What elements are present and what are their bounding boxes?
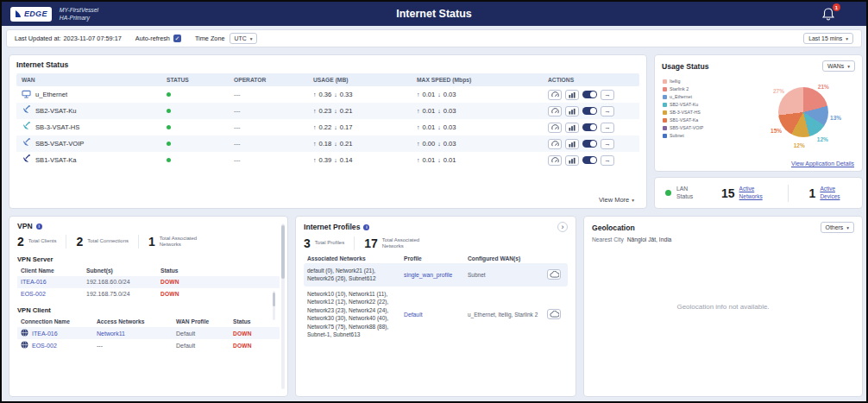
vpn-title: VPN bbox=[17, 222, 33, 230]
associated-networks-value: default (0), Network21 (21), Network26 (… bbox=[307, 267, 404, 283]
globe-icon bbox=[21, 341, 28, 349]
vessel-info: MY-FirstVessel HA-Primary bbox=[60, 6, 98, 22]
info-icon[interactable]: i bbox=[36, 224, 42, 230]
profile-sync-button[interactable] bbox=[547, 309, 561, 319]
speed-down: 0.03 bbox=[443, 140, 456, 148]
stat-value: 2 bbox=[76, 235, 83, 249]
speed-test-button[interactable] bbox=[548, 155, 562, 166]
usage-legend: Itellig Starlink 2 u_Ethernet SB2-VSAT-K… bbox=[663, 79, 703, 138]
operator-value: --- bbox=[234, 91, 313, 98]
table-row: default (0), Network21 (21), Network26 (… bbox=[304, 263, 568, 287]
wan-enable-toggle[interactable] bbox=[582, 156, 597, 164]
usage-chart-button[interactable] bbox=[565, 90, 579, 100]
time-range-select[interactable]: Last 15 mins ▾ bbox=[803, 33, 853, 44]
col-wan-profile: WAN Profile bbox=[176, 318, 233, 324]
active-devices-link[interactable]: Active Devices bbox=[820, 186, 851, 199]
edge-logo[interactable]: EDGE bbox=[10, 7, 52, 22]
auto-refresh-label: Auto-refresh bbox=[135, 35, 170, 42]
usage-chart-button[interactable] bbox=[565, 155, 579, 166]
auto-refresh-checkbox[interactable]: ✓ bbox=[173, 35, 181, 42]
usage-chart-button[interactable] bbox=[565, 139, 579, 149]
upload-arrow-icon: ↑ bbox=[313, 108, 317, 114]
wan-enable-toggle[interactable] bbox=[582, 140, 597, 148]
right-arrow-icon: → bbox=[604, 141, 611, 148]
usage-down: 0.21 bbox=[340, 140, 353, 148]
vpn-panel: VPN i 2 Total Clients 2 Total Connection… bbox=[9, 216, 288, 397]
usage-chart-button[interactable] bbox=[565, 106, 579, 116]
speed-test-button[interactable] bbox=[548, 139, 562, 149]
status-badge: DOWN bbox=[160, 291, 276, 297]
table-row: SB-3-VSAT-HS --- ↑0.22↓0.17 ↑0.01↓0.03 → bbox=[16, 119, 639, 135]
timezone-select[interactable]: UTC ▾ bbox=[230, 33, 258, 44]
table-row: EOS-002 192.168.75.0/24 DOWN bbox=[17, 288, 280, 300]
upload-arrow-icon: ↑ bbox=[417, 124, 420, 130]
speed-test-button[interactable] bbox=[548, 90, 562, 100]
table-row: ITEA-016 192.168.60.0/24 DOWN bbox=[17, 276, 280, 288]
usage-filter-select[interactable]: WANs ▾ bbox=[822, 60, 855, 72]
speed-test-button[interactable] bbox=[548, 123, 562, 133]
geolocation-title: Geolocation bbox=[592, 224, 635, 232]
col-wan: WAN bbox=[22, 77, 167, 83]
table-row: u_Ethernet --- ↑0.36↓0.33 ↑0.01↓0.03 → bbox=[16, 86, 639, 103]
legend-label: Starlink 2 bbox=[670, 86, 689, 91]
view-application-details-link[interactable]: View Application Details bbox=[791, 161, 854, 167]
profiles-table-header: Associated Networks Profile Configured W… bbox=[304, 252, 568, 263]
profile-sync-button[interactable] bbox=[547, 269, 561, 280]
configured-wans-value: Subnet bbox=[468, 271, 547, 279]
wan-table-header: WAN STATUS OPERATOR USAGE (MB) MAX SPEED… bbox=[16, 73, 639, 86]
legend-swatch bbox=[663, 118, 667, 123]
col-actions: ACTIONS bbox=[548, 77, 634, 83]
wan-details-button[interactable]: → bbox=[601, 90, 614, 100]
status-badge: DOWN bbox=[233, 343, 276, 349]
client-name-link[interactable]: ITEA-016 bbox=[21, 279, 86, 285]
active-networks-link[interactable]: Active Networks bbox=[739, 186, 771, 199]
access-network-link[interactable]: Network11 bbox=[97, 331, 176, 337]
download-arrow-icon: ↓ bbox=[437, 157, 441, 163]
usage-filter-value: WANs bbox=[827, 63, 844, 69]
wan-details-button[interactable]: → bbox=[601, 155, 614, 166]
operator-value: --- bbox=[234, 123, 313, 131]
wan-details-button[interactable]: → bbox=[601, 139, 614, 149]
connection-name-link[interactable]: ITEA-016 bbox=[32, 331, 58, 337]
info-icon[interactable]: i bbox=[363, 224, 369, 230]
connection-name-link[interactable]: EOS-002 bbox=[32, 343, 57, 349]
vpn-server-body: ITEA-016 192.168.60.0/24 DOWN EOS-002 19… bbox=[17, 276, 280, 299]
lan-status-dot bbox=[665, 190, 671, 196]
upload-arrow-icon: ↑ bbox=[417, 108, 420, 114]
view-more-button[interactable]: View More ▾ bbox=[599, 196, 634, 204]
status-badge: DOWN bbox=[160, 279, 276, 285]
download-arrow-icon: ↓ bbox=[437, 108, 441, 114]
scrollbar-thumb[interactable] bbox=[281, 225, 285, 279]
speed-test-button[interactable] bbox=[548, 106, 562, 116]
vpn-panel-scrollbar bbox=[281, 224, 285, 389]
wan-details-button[interactable]: → bbox=[601, 106, 614, 116]
bar-chart-icon bbox=[569, 108, 576, 115]
geolocation-filter-select[interactable]: Others ▾ bbox=[821, 222, 854, 233]
chevron-down-icon: ▾ bbox=[847, 64, 850, 69]
toggle-knob bbox=[590, 157, 596, 163]
stat-value: 2 bbox=[17, 235, 24, 249]
stat-total-associated-networks: 17 Total Associated Networks bbox=[364, 236, 433, 250]
wan-enable-toggle[interactable] bbox=[582, 91, 597, 98]
vpn-stats: 2 Total Clients 2 Total Connections 1 To… bbox=[17, 235, 280, 249]
wan-details-button[interactable]: → bbox=[601, 123, 614, 133]
status-dot bbox=[167, 142, 171, 146]
client-name-link[interactable]: EOS-002 bbox=[21, 291, 86, 297]
usage-chart-button[interactable] bbox=[565, 123, 579, 133]
scrollbar-thumb[interactable] bbox=[273, 293, 275, 306]
usage-status-title: Usage Status bbox=[662, 62, 708, 71]
active-devices-group: 1 Active Devices bbox=[809, 186, 852, 199]
table-row: EOS-002 --- Default DOWN bbox=[17, 339, 280, 351]
profile-name-link[interactable]: single_wan_profile bbox=[404, 272, 468, 278]
status-badge: DOWN bbox=[233, 331, 276, 337]
stat-total-profiles: 3 Total Profiles bbox=[304, 236, 355, 250]
wan-enable-toggle[interactable] bbox=[582, 107, 597, 115]
expand-panel-button[interactable]: › bbox=[557, 222, 568, 232]
usage-down: 0.33 bbox=[340, 91, 353, 98]
globe-icon bbox=[21, 329, 28, 337]
active-networks-count: 15 bbox=[721, 186, 735, 200]
wan-enable-toggle[interactable] bbox=[582, 123, 597, 131]
profile-name-link[interactable]: Default bbox=[404, 312, 468, 318]
notifications-button[interactable]: 1 bbox=[822, 7, 835, 21]
col-profile: Profile bbox=[404, 255, 468, 261]
